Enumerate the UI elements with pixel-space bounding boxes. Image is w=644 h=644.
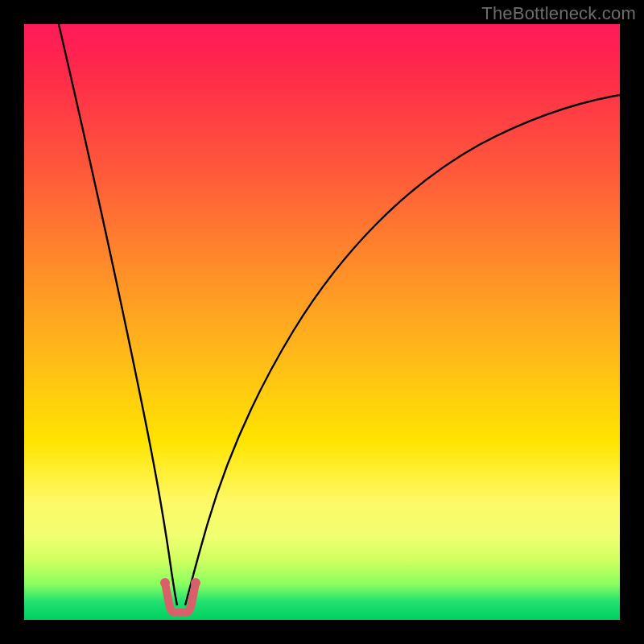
bottom-u-marker: [165, 583, 196, 613]
watermark-text: TheBottleneck.com: [481, 3, 636, 24]
marker-dot-right: [191, 578, 200, 588]
marker-dot-left: [160, 578, 170, 588]
curve-left: [59, 24, 177, 605]
chart-frame: TheBottleneck.com: [0, 0, 644, 644]
curve-right: [185, 95, 620, 605]
plot-area: [24, 24, 620, 620]
curve-layer: [24, 24, 620, 620]
